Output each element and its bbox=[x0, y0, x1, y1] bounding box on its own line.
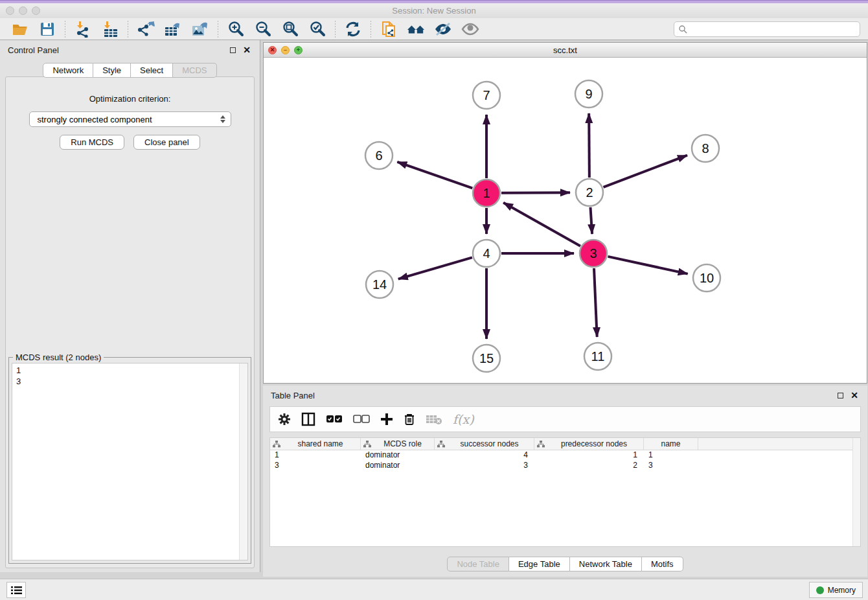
column-header-shared-name[interactable]: shared name bbox=[270, 438, 361, 450]
deselect-all-icon[interactable] bbox=[353, 415, 370, 424]
window-title: Session: New Session bbox=[0, 6, 868, 16]
memory-button[interactable]: Memory bbox=[809, 582, 863, 598]
column-type-icon bbox=[363, 441, 371, 448]
function-builder-icon[interactable]: f(x) bbox=[453, 412, 474, 426]
tab-network[interactable]: Network bbox=[43, 63, 93, 78]
network-canvas[interactable]: 7968124314101511 bbox=[264, 58, 867, 383]
export-table-icon[interactable] bbox=[164, 20, 182, 38]
node-8[interactable]: 8 bbox=[692, 135, 719, 162]
node-6[interactable]: 6 bbox=[365, 142, 393, 169]
delete-column-icon[interactable] bbox=[404, 413, 415, 426]
tab-node-table[interactable]: Node Table bbox=[447, 557, 509, 571]
zoom-in-icon[interactable] bbox=[227, 20, 245, 38]
mcds-result-area[interactable]: 1 3 bbox=[12, 363, 248, 560]
optimization-criterion-select[interactable]: strongly connected component bbox=[29, 111, 231, 127]
node-14[interactable]: 14 bbox=[366, 271, 393, 298]
edge-1-2[interactable] bbox=[501, 192, 570, 193]
close-panel-button[interactable]: Close panel bbox=[133, 135, 200, 150]
tab-edge-table[interactable]: Edge Table bbox=[509, 557, 570, 571]
close-view-button[interactable]: ✕ bbox=[268, 46, 277, 54]
search-icon bbox=[678, 25, 687, 34]
node-table[interactable]: shared name MCDS role successor nodes pr… bbox=[269, 437, 861, 547]
workspace: Control Panel ✕ NetworkStyleSelectMCDS O… bbox=[0, 40, 868, 579]
column-header-successor-nodes[interactable]: successor nodes bbox=[435, 438, 534, 450]
node-10[interactable]: 10 bbox=[693, 264, 720, 292]
mcds-result-text: 1 3 bbox=[16, 365, 237, 559]
tab-network-table[interactable]: Network Table bbox=[570, 557, 642, 571]
import-table-icon[interactable] bbox=[101, 20, 119, 38]
node-3[interactable]: 3 bbox=[580, 240, 607, 267]
table-body[interactable]: 1dominator4113dominator323 bbox=[270, 450, 860, 471]
tab-select[interactable]: Select bbox=[131, 63, 173, 78]
tab-mcds[interactable]: MCDS bbox=[173, 63, 216, 78]
search-input[interactable] bbox=[687, 25, 860, 34]
node-4[interactable]: 4 bbox=[473, 240, 500, 267]
column-manager-icon[interactable] bbox=[301, 412, 315, 426]
toolbar-separator bbox=[371, 21, 371, 38]
edge-4-14[interactable] bbox=[398, 257, 472, 279]
save-session-icon[interactable] bbox=[38, 20, 56, 38]
table-cell: 1 bbox=[534, 450, 644, 461]
zoom-out-icon[interactable] bbox=[254, 20, 272, 38]
node-9[interactable]: 9 bbox=[575, 80, 602, 108]
edge-3-10[interactable] bbox=[608, 257, 687, 274]
export-image-icon[interactable] bbox=[191, 20, 209, 38]
float-table-panel-icon[interactable] bbox=[835, 390, 845, 400]
hide-selected-icon[interactable] bbox=[434, 20, 452, 38]
titlebar: Session: New Session bbox=[0, 3, 868, 18]
select-stepper-icon bbox=[220, 115, 225, 123]
column-header-mcds-role[interactable]: MCDS role bbox=[361, 438, 435, 450]
edge-1-6[interactable] bbox=[397, 162, 472, 189]
import-network-icon[interactable] bbox=[74, 20, 92, 38]
column-type-icon bbox=[437, 441, 445, 448]
edge-3-11[interactable] bbox=[594, 268, 597, 337]
minimize-view-button[interactable]: – bbox=[281, 46, 290, 54]
table-panel-title: Table Panel bbox=[271, 391, 831, 400]
node-7[interactable]: 7 bbox=[473, 82, 500, 109]
node-label: 1 bbox=[483, 186, 490, 200]
network-graph[interactable]: 7968124314101511 bbox=[264, 58, 867, 383]
open-file-icon[interactable] bbox=[11, 20, 29, 38]
table-row[interactable]: 3dominator323 bbox=[270, 461, 860, 471]
export-network-icon[interactable] bbox=[137, 20, 155, 38]
close-panel-icon[interactable]: ✕ bbox=[242, 45, 252, 55]
show-all-icon[interactable] bbox=[461, 20, 479, 38]
node-11[interactable]: 11 bbox=[584, 343, 611, 370]
node-1[interactable]: 1 bbox=[473, 179, 500, 207]
task-history-button[interactable] bbox=[6, 582, 26, 598]
column-header-name[interactable]: name bbox=[644, 438, 698, 450]
tab-style[interactable]: Style bbox=[93, 63, 131, 78]
zoom-fit-icon[interactable] bbox=[281, 20, 299, 38]
node-15[interactable]: 15 bbox=[473, 345, 500, 372]
refresh-icon[interactable] bbox=[344, 20, 362, 38]
table-panel: Table Panel ✕ bbox=[263, 386, 867, 577]
table-cell: 1 bbox=[270, 450, 361, 461]
edge-2-3[interactable] bbox=[590, 207, 592, 234]
close-table-panel-icon[interactable]: ✕ bbox=[849, 390, 860, 400]
network-window-titlebar[interactable]: ✕ – + scc.txt bbox=[264, 43, 867, 58]
edge-2-9[interactable] bbox=[589, 113, 589, 178]
column-header-predecessor-nodes[interactable]: predecessor nodes bbox=[534, 438, 644, 450]
table-row[interactable]: 1dominator411 bbox=[270, 450, 860, 461]
node-label: 14 bbox=[372, 277, 387, 292]
new-network-icon[interactable] bbox=[380, 20, 398, 38]
table-cell: 3 bbox=[644, 461, 698, 471]
float-panel-icon[interactable] bbox=[227, 45, 238, 55]
edge-3-1[interactable] bbox=[503, 203, 580, 246]
add-column-icon[interactable] bbox=[380, 413, 393, 426]
run-mcds-button[interactable]: Run MCDS bbox=[60, 135, 124, 150]
table-settings-icon[interactable] bbox=[278, 413, 291, 426]
table-scrollbar[interactable] bbox=[852, 438, 860, 546]
select-all-icon[interactable] bbox=[326, 415, 343, 424]
table-cell: 4 bbox=[435, 450, 534, 461]
search-field[interactable] bbox=[674, 21, 860, 37]
zoom-selected-icon[interactable] bbox=[308, 20, 326, 38]
delete-table-icon[interactable] bbox=[426, 413, 442, 425]
edge-2-8[interactable] bbox=[604, 156, 687, 187]
result-scrollbar[interactable] bbox=[239, 363, 247, 560]
tab-motifs[interactable]: Motifs bbox=[642, 557, 683, 571]
column-type-icon bbox=[537, 441, 545, 448]
first-neighbors-icon[interactable] bbox=[407, 20, 425, 38]
maximize-view-button[interactable]: + bbox=[294, 46, 303, 54]
node-2[interactable]: 2 bbox=[576, 179, 603, 206]
